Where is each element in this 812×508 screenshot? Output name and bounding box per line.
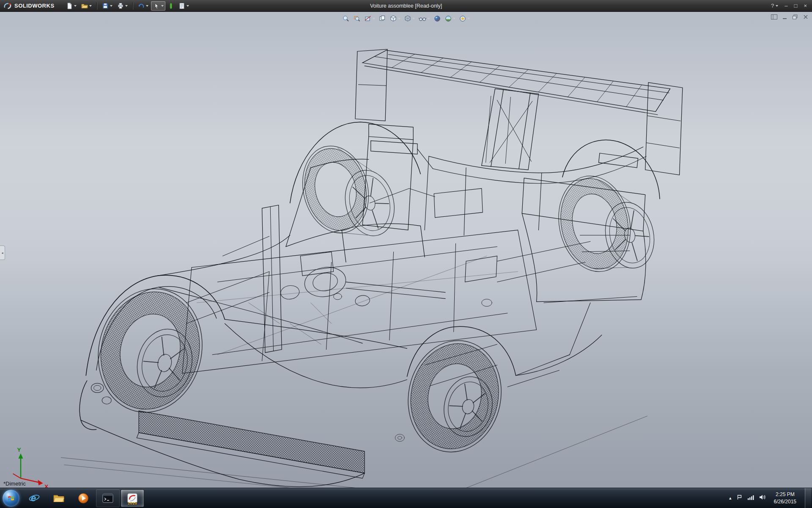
dropdown-caret (146, 5, 148, 7)
dropdown-caret (110, 5, 112, 7)
taskbar-clock[interactable]: 2:25 PM 6/26/2015 (770, 491, 800, 505)
network-bars-icon (747, 494, 754, 500)
scene-sphere-icon (444, 15, 452, 22)
hide-show-items-button[interactable] (417, 14, 431, 23)
dropdown-caret (125, 5, 128, 7)
windows-flag-icon (7, 494, 15, 502)
zoom-to-fit-icon (342, 15, 350, 22)
file-properties-button[interactable] (176, 1, 191, 11)
taskbar-media-player[interactable] (71, 489, 95, 507)
network-button[interactable] (747, 494, 754, 502)
system-tray: ▴ 2:25 PM 6/26/2015 (729, 488, 812, 508)
taskbar-solidworks[interactable]: 2015 (121, 489, 144, 507)
toolbar-separator (96, 2, 97, 10)
dropdown-caret (412, 18, 415, 19)
start-button[interactable] (0, 488, 22, 508)
zoom-to-fit-button[interactable] (341, 14, 351, 23)
view-settings-button[interactable] (458, 14, 471, 23)
restore-document-button[interactable] (791, 14, 799, 20)
windows-taskbar: e (0, 488, 812, 508)
dropdown-caret (89, 5, 92, 7)
zoom-to-area-button[interactable] (352, 14, 362, 23)
selection-filter-button[interactable] (166, 1, 176, 11)
start-orb (3, 490, 19, 507)
action-center-button[interactable] (736, 494, 743, 502)
print-button[interactable] (115, 1, 129, 11)
taskbar-internet-explorer[interactable]: e (22, 489, 46, 507)
clock-time: 2:25 PM (774, 491, 796, 498)
solidworks-logo-icon (3, 2, 12, 10)
apply-scene-button[interactable] (444, 14, 456, 23)
file-properties-icon (178, 2, 186, 10)
print-icon (117, 2, 124, 10)
brand-text: SOLIDWORKS (14, 3, 55, 9)
appearance-sphere-icon (433, 15, 441, 22)
save-icon (102, 2, 109, 10)
folder-icon (53, 494, 65, 503)
media-player-icon (78, 493, 89, 504)
display-style-icon (404, 15, 411, 22)
dropdown-caret (187, 5, 189, 7)
taskbar-command-prompt[interactable] (96, 489, 120, 507)
section-view-icon (364, 15, 372, 22)
svg-text:e: e (31, 493, 36, 503)
open-button[interactable] (79, 1, 93, 11)
volume-speaker-icon (759, 494, 765, 500)
previous-view-icon (379, 15, 386, 22)
taskbar-windows-explorer[interactable] (47, 489, 71, 507)
help-label: ? (771, 3, 774, 9)
dropdown-caret (373, 18, 375, 19)
solidworks-brand: SOLIDWORKS (0, 2, 60, 10)
select-cursor-icon (153, 2, 160, 10)
wireframe-model (61, 49, 682, 488)
section-view-button[interactable] (363, 14, 376, 23)
model-canvas[interactable]: Y X (0, 12, 812, 488)
open-folder-icon (81, 2, 88, 10)
undo-icon (137, 2, 145, 10)
new-document-button[interactable] (64, 1, 78, 11)
save-button[interactable] (100, 1, 114, 11)
edit-appearance-button[interactable] (433, 14, 442, 23)
previous-view-button[interactable] (378, 14, 387, 23)
zoom-to-area-icon (353, 15, 361, 22)
dropdown-caret (428, 18, 430, 19)
close-document-button[interactable] (802, 14, 809, 20)
feature-pane-toggle-button[interactable] (770, 14, 778, 20)
dropdown-caret (398, 18, 401, 19)
heads-up-view-toolbar (341, 14, 471, 23)
minimize-button[interactable]: – (785, 3, 787, 9)
select-button[interactable] (151, 1, 165, 11)
selection-filter-icon (168, 2, 174, 10)
graphics-viewport[interactable]: Y X (0, 12, 812, 488)
display-style-button[interactable] (403, 14, 416, 23)
show-desktop-button[interactable] (805, 488, 811, 508)
window-title: Voiture assomblee [Read-only] (370, 3, 442, 9)
toolbar-separator (132, 2, 133, 10)
view-settings-icon (459, 15, 466, 22)
undo-button[interactable] (136, 1, 150, 11)
new-document-icon (66, 2, 73, 10)
dropdown-caret (74, 5, 77, 7)
view-orientation-cube-icon (390, 15, 397, 22)
volume-button[interactable] (759, 494, 765, 502)
help-button[interactable]: ? (771, 3, 778, 9)
collapse-arrow-icon: ◂ (1, 251, 3, 255)
dropdown-caret (776, 5, 778, 7)
view-orientation-button[interactable] (389, 14, 401, 23)
feature-pane-icon (771, 14, 777, 19)
clock-date: 6/26/2015 (774, 498, 796, 505)
command-prompt-icon (102, 494, 113, 503)
hide-show-glasses-icon (418, 15, 427, 22)
action-center-flag-icon (736, 494, 743, 500)
app-titlebar: SOLIDWORKS (0, 0, 812, 12)
triad-x-label: X (44, 483, 48, 488)
minimize-document-icon (782, 14, 787, 19)
feature-manager-collapse-tab[interactable]: ◂ (0, 246, 5, 260)
restore-button[interactable]: □ (794, 3, 798, 9)
minimize-document-button[interactable] (781, 14, 788, 20)
restore-document-icon (792, 14, 798, 19)
document-window-controls (770, 14, 809, 20)
show-hidden-icons-button[interactable]: ▴ (729, 495, 732, 501)
triad-y-label: Y (17, 447, 21, 453)
close-button[interactable]: × (804, 3, 807, 9)
